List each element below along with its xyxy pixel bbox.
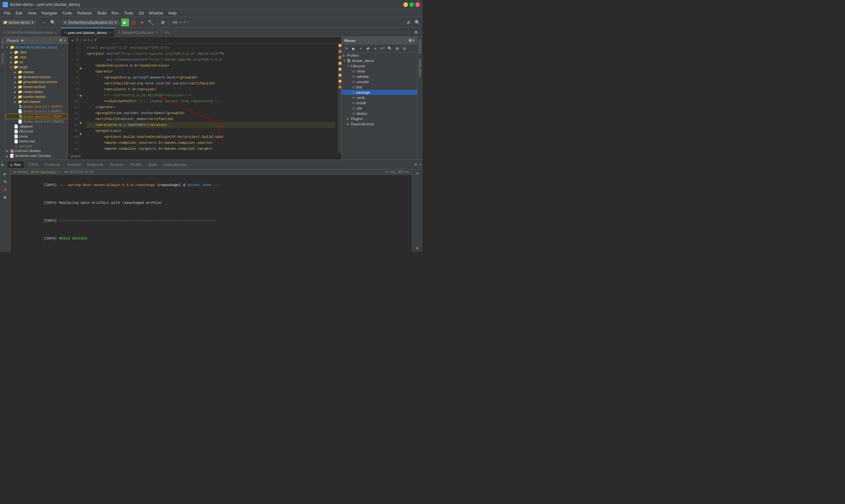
project-header-settings[interactable]: ⚙ [59, 38, 63, 42]
tree-root[interactable]: ▼ 📁 docker-demo [docker_demo] [5, 45, 68, 50]
run-icon-settings[interactable]: ⚙ [2, 194, 8, 201]
maven-run-btn[interactable]: ▶ [350, 45, 357, 52]
tree-item-mvn[interactable]: ▶ 📁 .mvn [5, 55, 68, 60]
maven-refresh-btn[interactable]: ↻ [343, 45, 350, 52]
maven-lifecycle-site[interactable]: ⚙ site [341, 106, 417, 111]
build-button[interactable]: 🔨 [147, 18, 155, 26]
maven-lifecycle-deploy[interactable]: ⚙ deploy [341, 111, 417, 116]
tree-item-scratches[interactable]: ▶ 📝 Scratches and Consoles [5, 154, 68, 158]
bottom-tab-todo[interactable]: TODO [24, 161, 41, 168]
bottom-tab-dependencies[interactable]: Dependencies [160, 161, 190, 168]
maven-lifecycle[interactable]: ▼ Lifecycle [341, 63, 417, 69]
menu-code[interactable]: Code [60, 10, 75, 16]
tree-item-boot-jar[interactable]: 🗜 docker_boot-0.0.1-SNAPSHOT.jar [5, 104, 68, 109]
tree-item-ext-libs[interactable]: ▶ 📚 External Libraries [5, 148, 68, 154]
tree-item-gen-sources[interactable]: ▶ 📁 generated-sources [5, 74, 68, 79]
maximize-button[interactable] [409, 2, 414, 7]
menu-git[interactable]: Git [136, 10, 146, 16]
close-button[interactable] [415, 2, 420, 7]
tree-item-mvnw-cmd[interactable]: 📄 mvnw.cmd [5, 139, 68, 144]
menu-file[interactable]: File [1, 10, 13, 16]
tree-item-idea[interactable]: ▶ 📁 .idea [5, 50, 68, 55]
tree-item-demo-jar-original[interactable]: 📄 docker_demo-0.0.1-SNAPSHOT.jar.origina… [5, 119, 68, 124]
tree-item-maven-archiver[interactable]: ▶ 📁 maven-archiver [5, 85, 68, 89]
run-sidebar-run-icon[interactable]: ▶ [1, 162, 4, 167]
run-icon-play[interactable]: ▶ [2, 170, 8, 177]
tab-swaggerconfig[interactable]: J SwaggerConfig.java × [115, 28, 161, 37]
bottom-tab-run[interactable]: ▶ Run [7, 161, 24, 168]
maven-add-btn[interactable]: + [357, 45, 364, 52]
tab-close-dockerdemo[interactable]: × [55, 30, 57, 34]
run-output-scroll-down[interactable]: ▼ [416, 246, 420, 251]
code-editor[interactable]: <?xml version="1.0" encoding="UTF-8"?> <… [84, 43, 338, 153]
tree-item-classes[interactable]: ▶ 📁 classes [5, 70, 68, 74]
maven-lifecycle-test[interactable]: ⚙ test [341, 85, 417, 90]
maven-settings-btn[interactable]: ⚙ [408, 38, 412, 43]
menu-edit[interactable]: Edit [13, 10, 25, 16]
sidebar-database-label[interactable]: Database [418, 38, 422, 55]
bottom-tab-terminal[interactable]: Terminal [64, 161, 84, 168]
bottom-tab-endpoints[interactable]: Endpoints [84, 161, 107, 168]
bottom-tab-build[interactable]: Build [145, 161, 160, 168]
stop-button[interactable]: ■ [138, 18, 146, 26]
search-button[interactable]: 🔍 [413, 18, 421, 26]
maven-dependencies[interactable]: ▶ Dependencies [341, 121, 417, 127]
maven-plugins[interactable]: ▶ Plugins [341, 116, 417, 121]
maven-toggle-btn[interactable]: ≡ [372, 45, 379, 52]
back-btn[interactable]: ← [40, 18, 48, 26]
maven-close-btn[interactable]: × [412, 38, 415, 43]
run-output-scroll-up[interactable]: ▲ [416, 170, 420, 175]
maven-lifecycle-verify[interactable]: ⚙ verify [341, 95, 417, 100]
maven-lifecycle-validate[interactable]: ⚙ validate [341, 74, 417, 79]
menu-tools[interactable]: Tools [122, 10, 136, 16]
menu-view[interactable]: View [25, 10, 39, 16]
tab-close-pom[interactable]: × [109, 31, 111, 35]
tab-us[interactable]: Us... [161, 28, 176, 37]
menu-navigate[interactable]: Navigate [39, 10, 60, 16]
maven-lifecycle-package[interactable]: ⚙ package [341, 90, 417, 95]
tab-close-swagger[interactable]: × [156, 30, 158, 34]
translate-button[interactable]: A [405, 18, 412, 26]
tree-item-pom[interactable]: m pom.xml [5, 144, 68, 148]
project-dropdown[interactable]: 📁 docker-demo ▼ [1, 20, 36, 25]
project-header-close[interactable]: × [64, 38, 66, 42]
maven-lifecycle-install[interactable]: ⚙ install [341, 100, 417, 106]
run-icon-rerun[interactable]: ↻ [2, 178, 8, 185]
project-dropdown-arrow[interactable]: ▼ [20, 39, 24, 42]
tree-item-target[interactable]: ▼ 📂 target [5, 65, 68, 70]
tree-item-test-classes[interactable]: ▶ 📁 test-classes [5, 99, 68, 104]
sidebar-notifications-label[interactable]: Notifications [418, 58, 422, 78]
tab-dockerdemoapplication[interactable]: J DockerDemoApplication.java × [0, 28, 61, 37]
maven-collapse-btn[interactable]: ⊞ [394, 45, 400, 52]
bottom-settings-btn[interactable]: ⚙ [414, 162, 418, 167]
bottom-tab-problems[interactable]: Problems [41, 161, 64, 168]
tree-item-mvnw[interactable]: 📄 mvnw [5, 134, 68, 139]
debug-button[interactable]: 🐞 [130, 18, 138, 26]
tab-pomxml[interactable]: m pom.xml (docker_demo) × [61, 28, 115, 37]
menu-refactor[interactable]: Refactor [75, 10, 95, 16]
sidebar-project-label[interactable]: Project [1, 38, 4, 49]
menu-run[interactable]: Run [109, 10, 122, 16]
settings-button[interactable]: ⚙ [159, 18, 167, 26]
maven-root-project[interactable]: ▼ 🗜 docker_demo [341, 58, 417, 63]
run-close-btn[interactable]: × [58, 170, 60, 174]
tree-item-help[interactable]: 📄 HELP.md [5, 129, 68, 134]
bottom-tab-profiler[interactable]: Profiler [127, 161, 145, 168]
editor-content[interactable]: 1 2 3 4 5 6 7 8 9 10 11 12 13 14 [68, 43, 341, 153]
tree-item-maven-status[interactable]: ▶ 📁 maven-status [5, 89, 68, 94]
run-icon-stop[interactable]: ■ [2, 186, 8, 193]
maven-expand-btn[interactable]: ⊟ [401, 45, 408, 52]
maven-profiles[interactable]: ▶ Profiles [341, 53, 417, 58]
menu-help[interactable]: Help [166, 10, 179, 16]
maven-execute-btn[interactable]: ⚡ [365, 45, 371, 52]
sidebar-commit-label[interactable]: Commit [1, 53, 4, 64]
tree-item-boot-jar-original[interactable]: 📄 docker_boot-0.0.1-SNAPSHOT.jar.origina… [5, 109, 68, 114]
run-button[interactable]: ▶ [121, 18, 129, 26]
tree-item-src[interactable]: ▶ 📁 src [5, 60, 68, 65]
tree-item-demo-jar[interactable]: 🗜 docker_demo-0.0.1-SNAPSHOT.jar [5, 114, 68, 119]
menu-build[interactable]: Build [95, 10, 109, 16]
tree-item-gen-test-sources[interactable]: ▶ 📁 generated-test-sources [5, 79, 68, 85]
menu-window[interactable]: Window [146, 10, 166, 16]
bottom-close-btn[interactable]: × [419, 162, 421, 167]
minimize-button[interactable] [403, 2, 408, 7]
